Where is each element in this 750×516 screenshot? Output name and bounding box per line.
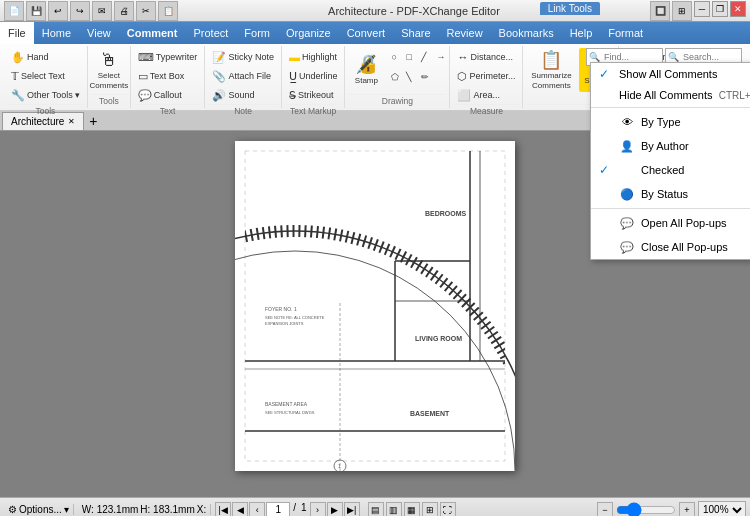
zoom-select[interactable]: 100% 75% 150% 200% (698, 501, 746, 517)
polyline-button[interactable]: ╲ (402, 68, 416, 86)
callout-icon: 💬 (138, 89, 152, 102)
separator-1 (591, 107, 750, 108)
by-author-item[interactable]: 👤 By Author ▶ (591, 134, 750, 158)
hand-button[interactable]: ✋ Hand (7, 48, 84, 66)
stamp-button[interactable]: 🔏 Stamp (348, 48, 384, 92)
continuous-button[interactable]: ▥ (386, 502, 402, 517)
minimize-button[interactable]: ─ (694, 1, 710, 17)
select-comments-group: 🖱 SelectComments Tools (88, 46, 131, 108)
select-comments-button[interactable]: 🖱 SelectComments (91, 48, 127, 92)
close-button[interactable]: ✕ (730, 1, 746, 17)
close-all-label: Close All Pop-ups (641, 241, 728, 253)
system-icon-2[interactable]: ⊞ (672, 1, 692, 21)
menu-form[interactable]: Form (236, 22, 278, 44)
hide-all-shortcut: CTRL+SHIFT+8 (719, 90, 750, 101)
line-button[interactable]: ╱ (417, 48, 431, 66)
search-input[interactable] (681, 52, 741, 62)
quick-access-7[interactable]: 📋 (158, 1, 178, 21)
zoom-out-button[interactable]: − (597, 502, 613, 517)
menu-file[interactable]: File (0, 22, 34, 44)
prev-page-button-2[interactable]: ‹ (249, 502, 265, 517)
other-tools-button[interactable]: 🔧 Other Tools ▾ (7, 86, 84, 104)
svg-text:SEE NOTE RE: ALL CONCRETE: SEE NOTE RE: ALL CONCRETE (265, 315, 325, 320)
menu-review[interactable]: Review (439, 22, 491, 44)
fullscreen-button[interactable]: ⛶ (440, 502, 456, 517)
pen-button[interactable]: ✏ (417, 68, 431, 86)
area-button[interactable]: ⬜ Area... (453, 86, 519, 104)
quick-access-2[interactable]: ↩ (48, 1, 68, 21)
sticky-note-icon: 📝 (212, 51, 226, 64)
underline-button[interactable]: U̲ Underline (285, 67, 342, 85)
width-label: W: 123.1mm (82, 504, 139, 515)
textbox-button[interactable]: ▭ Text Box (134, 67, 202, 85)
checked-item[interactable]: ✓ Checked ▶ (591, 158, 750, 182)
sticky-note-button[interactable]: 📝 Sticky Note (208, 48, 278, 66)
last-page-button[interactable]: ▶| (344, 502, 360, 517)
rect-button[interactable]: □ (402, 48, 416, 66)
polygon-button[interactable]: ⬠ (387, 68, 401, 86)
zoom-in-button[interactable]: + (679, 502, 695, 517)
open-all-popups-item[interactable]: 💬 Open All Pop-ups (591, 211, 750, 235)
tab-close-button[interactable]: ✕ (68, 117, 75, 126)
strikeout-button[interactable]: S̶ Strikeout (285, 86, 342, 104)
tools-dropdown-arrow: ▾ (75, 90, 80, 100)
restore-button[interactable]: ❐ (712, 1, 728, 17)
next-page-button[interactable]: › (310, 502, 326, 517)
arrow-button[interactable]: → (432, 48, 446, 66)
sound-button[interactable]: 🔊 Sound (208, 86, 278, 104)
facing-button[interactable]: ▦ (404, 502, 420, 517)
menu-convert[interactable]: Convert (339, 22, 394, 44)
page-number-input[interactable] (266, 502, 290, 517)
callout-button[interactable]: 💬 Callout (134, 86, 202, 104)
zoom-slider[interactable] (616, 502, 676, 517)
svg-text:1: 1 (338, 463, 341, 469)
typewriter-icon: ⌨ (138, 51, 154, 64)
show-dropdown-menu: ✓ Show All Comments CTRL+8 Hide All Comm… (590, 62, 750, 260)
menu-view[interactable]: View (79, 22, 119, 44)
show-all-comments-item[interactable]: ✓ Show All Comments CTRL+8 (591, 63, 750, 85)
new-tab-button[interactable]: + (84, 112, 102, 130)
textbox-icon: ▭ (138, 70, 148, 83)
find-input[interactable] (602, 52, 662, 62)
checked-check-icon: ✓ (599, 163, 613, 177)
next-page-button-2[interactable]: ▶ (327, 502, 343, 517)
attach-file-button[interactable]: 📎 Attach File (208, 67, 278, 85)
quick-access-4[interactable]: ✉ (92, 1, 112, 21)
menu-format[interactable]: Format (600, 22, 651, 44)
single-page-button[interactable]: ▤ (368, 502, 384, 517)
options-item[interactable]: ⚙ Options... ▾ (4, 504, 74, 515)
first-page-button[interactable]: |◀ (215, 502, 231, 517)
perimeter-button[interactable]: ⬡ Perimeter... (453, 67, 519, 85)
hide-all-comments-item[interactable]: Hide All Comments CTRL+SHIFT+8 (591, 85, 750, 105)
thumbnails-button[interactable]: ⊞ (422, 502, 438, 517)
by-status-item[interactable]: 🔵 By Status ▶ (591, 182, 750, 206)
menu-help[interactable]: Help (562, 22, 601, 44)
menu-bookmarks[interactable]: Bookmarks (491, 22, 562, 44)
search-icon: 🔍 (666, 52, 681, 62)
ellipse-button[interactable]: ○ (387, 48, 401, 66)
menu-home[interactable]: Home (34, 22, 79, 44)
measure-label: Measure (453, 104, 519, 116)
menu-protect[interactable]: Protect (185, 22, 236, 44)
distance-button[interactable]: ↔ Distance... (453, 48, 519, 66)
find-icon: 🔍 (587, 52, 602, 62)
quick-access-3[interactable]: ↪ (70, 1, 90, 21)
by-type-item[interactable]: 👁 By Type ▶ (591, 110, 750, 134)
quick-access-6[interactable]: ✂ (136, 1, 156, 21)
select-comments-label: Tools (91, 94, 127, 106)
select-text-button[interactable]: 𝕋 Select Text (7, 67, 84, 85)
typewriter-button[interactable]: ⌨ Typewriter (134, 48, 202, 66)
menu-comment[interactable]: Comment (119, 22, 186, 44)
system-icon-1[interactable]: 🔲 (650, 1, 670, 21)
ellipse-icon: ○ (391, 52, 396, 62)
close-all-popups-item[interactable]: 💬 Close All Pop-ups (591, 235, 750, 259)
summarize-comments-button[interactable]: 📋 SummarizeComments (526, 48, 576, 92)
app-icon[interactable]: 📄 (4, 1, 24, 21)
tools-icon: 🔧 (11, 89, 25, 102)
menu-share[interactable]: Share (393, 22, 438, 44)
highlight-button[interactable]: ▬ Highlight (285, 48, 342, 66)
menu-organize[interactable]: Organize (278, 22, 339, 44)
quick-access-5[interactable]: 🖨 (114, 1, 134, 21)
quick-access-1[interactable]: 💾 (26, 1, 46, 21)
prev-page-button[interactable]: ◀ (232, 502, 248, 517)
